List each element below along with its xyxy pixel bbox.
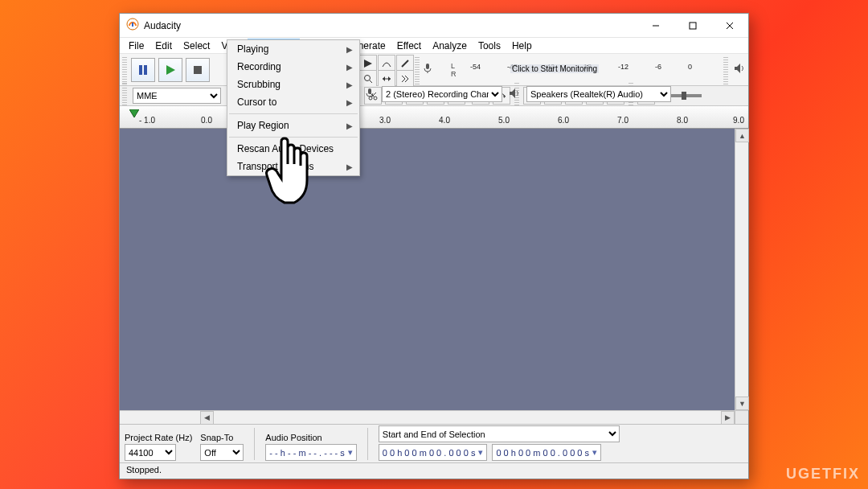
svg-rect-7	[144, 65, 147, 75]
grip-icon[interactable]	[723, 55, 728, 84]
vertical-scrollbar[interactable]: ▲ ▼	[735, 129, 748, 410]
menu-file[interactable]: File	[123, 39, 149, 53]
svg-rect-6	[139, 65, 142, 75]
chevron-down-icon: ▾	[478, 447, 483, 458]
play-button[interactable]	[158, 58, 182, 82]
scroll-up-button[interactable]: ▲	[735, 129, 749, 142]
menu-item-scrubbing[interactable]: Scrubbing▶	[227, 76, 359, 93]
timeshift-tool-icon[interactable]	[378, 70, 395, 88]
minimize-button[interactable]	[637, 14, 674, 38]
status-bar: Stopped.	[120, 462, 748, 479]
playhead-icon[interactable]	[129, 109, 139, 121]
menu-effect[interactable]: Effect	[391, 39, 427, 53]
menu-item-recording[interactable]: Recording▶	[227, 58, 359, 76]
menu-item-play-region[interactable]: Play Region▶	[227, 117, 359, 134]
meter-ticks: -54-48-42 Click to Start Monitoring -18-…	[470, 63, 692, 71]
svg-line-11	[370, 80, 372, 83]
svg-marker-8	[166, 65, 175, 75]
mic-icon	[364, 88, 375, 101]
scroll-left-button[interactable]: ◀	[200, 411, 214, 425]
svg-marker-14	[388, 76, 391, 81]
status-text: Stopped.	[126, 465, 162, 475]
project-rate-select[interactable]: 44100	[125, 444, 176, 461]
chevron-down-icon: ▾	[348, 447, 353, 458]
svg-point-10	[365, 76, 371, 81]
scroll-corner	[735, 411, 748, 425]
project-rate-group: Project Rate (Hz) 44100	[125, 433, 192, 461]
divider	[367, 428, 368, 460]
track-area: ▲ ▼	[120, 129, 748, 410]
scroll-right-button[interactable]: ▶	[721, 411, 735, 425]
menu-item-cursor-to[interactable]: Cursor to▶	[227, 93, 359, 111]
pause-button[interactable]	[131, 58, 155, 82]
snap-to-select[interactable]: Off	[200, 444, 244, 461]
chevron-down-icon: ▾	[592, 447, 597, 458]
playback-device-select[interactable]: Speakers (Realtek(R) Audio)	[526, 86, 671, 102]
recording-channels-select[interactable]: 2 (Stereo) Recording Chan	[382, 86, 502, 102]
audio-position-group: Audio Position - - h - - m - - . - - - s…	[265, 433, 356, 461]
meter-label-l: L	[451, 62, 455, 70]
svg-rect-3	[690, 23, 696, 29]
selection-mode-select[interactable]: Start and End of Selection	[379, 425, 620, 442]
app-logo-icon	[126, 18, 139, 34]
submenu-arrow-icon: ▶	[346, 63, 353, 72]
menu-select[interactable]: Select	[178, 39, 215, 53]
svg-rect-15	[426, 64, 429, 69]
close-button[interactable]	[711, 14, 748, 38]
watermark: UGETFIX	[786, 466, 860, 483]
speaker-icon	[509, 88, 520, 101]
meter-overlay[interactable]: Click to Start Monitoring	[510, 64, 599, 73]
record-meter[interactable]: L R -54-48-42 Click to Start Monitoring …	[438, 63, 716, 77]
menu-edit[interactable]: Edit	[149, 39, 178, 53]
audio-host-select[interactable]: MME	[133, 88, 221, 104]
svg-rect-9	[194, 66, 202, 74]
svg-rect-48	[368, 88, 371, 94]
svg-marker-13	[383, 76, 385, 81]
submenu-arrow-icon: ▶	[346, 98, 353, 107]
svg-rect-1	[132, 23, 133, 27]
ruler-tick: - 1.0	[139, 116, 155, 125]
speaker-icon	[734, 63, 745, 77]
zoom-tool-icon[interactable]	[359, 70, 377, 88]
selection-group: Start and End of Selection 0 0 h 0 0 m 0…	[379, 425, 743, 461]
audacity-window: Audacity File Edit Select View Transport…	[119, 13, 749, 479]
grip-icon[interactable]	[415, 55, 420, 84]
selection-end-field[interactable]: 0 0 h 0 0 m 0 0 . 0 0 0 s▾	[492, 444, 601, 461]
toolbar-transport: L R -54-48-42 Click to Start Monitoring …	[120, 54, 748, 86]
svg-marker-50	[129, 109, 139, 117]
divider	[254, 428, 255, 460]
titlebar: Audacity	[120, 14, 748, 38]
stop-button[interactable]	[186, 58, 210, 82]
maximize-button[interactable]	[674, 14, 711, 38]
menu-help[interactable]: Help	[506, 39, 538, 53]
submenu-arrow-icon: ▶	[346, 121, 353, 130]
mic-icon	[422, 63, 433, 77]
submenu-arrow-icon: ▶	[346, 45, 353, 54]
menu-separator	[229, 113, 358, 114]
horizontal-scrollbar[interactable]: ◀ ▶	[120, 410, 748, 424]
snap-to-group: Snap-To Off	[200, 433, 244, 461]
multi-tool-icon[interactable]	[396, 70, 414, 88]
snap-to-label: Snap-To	[200, 433, 244, 442]
track-canvas[interactable]	[120, 129, 735, 410]
audio-position-label: Audio Position	[265, 433, 356, 442]
timeline-ruler[interactable]: - 1.0 0.0 1.0 2.0 3.0 4.0 5.0 6.0 7.0 8.…	[120, 106, 748, 129]
submenu-arrow-icon: ▶	[346, 80, 353, 89]
menu-analyze[interactable]: Analyze	[427, 39, 473, 53]
selection-toolbar: Project Rate (Hz) 44100 Snap-To Off Audi…	[120, 424, 748, 462]
menu-tools[interactable]: Tools	[473, 39, 506, 53]
svg-marker-17	[735, 64, 740, 73]
audio-position-field[interactable]: - - h - - m - - . - - - s▾	[265, 444, 356, 461]
selection-start-field[interactable]: 0 0 h 0 0 m 0 0 . 0 0 0 s▾	[379, 444, 488, 461]
hand-cursor-icon	[264, 137, 315, 212]
menu-item-playing[interactable]: Playing▶	[227, 40, 359, 58]
window-title: Audacity	[144, 20, 637, 31]
project-rate-label: Project Rate (Hz)	[125, 433, 192, 442]
menubar: File Edit Select View Transport Tracks G…	[120, 38, 748, 54]
meter-label-r: R	[451, 70, 457, 78]
submenu-arrow-icon: ▶	[346, 162, 353, 171]
scroll-down-button[interactable]: ▼	[735, 397, 749, 410]
svg-marker-49	[510, 88, 515, 98]
grip-icon[interactable]	[122, 55, 127, 84]
